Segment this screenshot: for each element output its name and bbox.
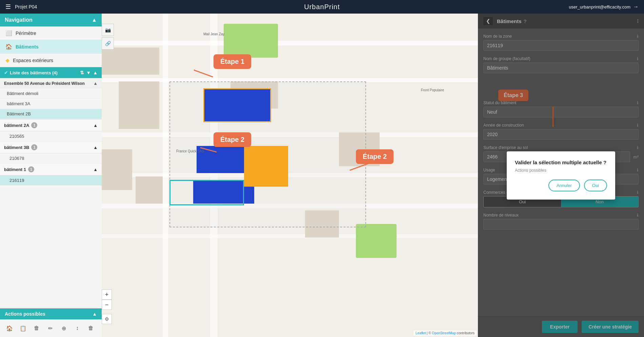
etape-2-label: Étape 2 xyxy=(214,132,251,147)
exterieurs-icon: ◆ xyxy=(5,57,9,63)
osm-link[interactable]: OpenStreetMap xyxy=(432,331,456,335)
map-block-5 xyxy=(136,176,163,204)
building-group: Ensemble 50 Avenue du Président Wilson ▲… xyxy=(0,78,102,119)
dialog: Valider la sélection multiple actuelle ?… xyxy=(507,151,615,200)
actions-header: Actions possibles ▲ xyxy=(0,308,102,319)
nav-title: Navigation xyxy=(5,17,33,23)
list-item[interactable]: 210565 xyxy=(0,131,102,142)
logout-icon[interactable]: → xyxy=(633,4,639,10)
actions-icons-row: 🏠 📋 🗑 ✏ ⊕ ↕ 🗑 xyxy=(0,319,102,337)
sub-2a-count-badge: 1 xyxy=(31,122,37,128)
sub-1-label: bâtiment 1 xyxy=(4,167,26,172)
list-item[interactable]: Bâtiment 2B xyxy=(0,109,102,119)
map-building-blue-1[interactable] xyxy=(203,88,271,122)
list-header-icons: ⇅ ▼ ▲ xyxy=(80,70,98,75)
building-group-name: Ensemble 50 Avenue du Président Wilson xyxy=(4,81,85,86)
map-building-blue-2[interactable] xyxy=(197,146,247,173)
right-panel-inner: ❮ Bâtiments ? ⁝ Nom de la zone ℹ 216119 xyxy=(478,14,644,337)
action-move-btn[interactable]: ↕ xyxy=(72,323,83,334)
nav-collapse-icon[interactable]: ▲ xyxy=(92,17,97,23)
batiments-icon: 🏠 xyxy=(5,43,12,50)
building-2b-label: Bâtiment 2B xyxy=(7,111,31,116)
map-label-front-populaire: Front Populaire xyxy=(421,88,444,92)
map-park-1 xyxy=(224,24,278,58)
dialog-backdrop[interactable]: Valider la sélection multiple actuelle ?… xyxy=(478,14,644,337)
batiments-label: Bâtiments xyxy=(16,44,39,50)
map-road-horizontal-6 xyxy=(102,234,478,238)
perimetre-icon: ⬜ xyxy=(5,30,12,36)
zoom-in-btn[interactable]: + xyxy=(102,289,112,300)
sub-3b-label: bâtiment 3B xyxy=(4,145,29,150)
map-settings-btn-container: ⚙ xyxy=(102,311,112,324)
map-zoom-controls: + − xyxy=(102,289,112,310)
action-delete-btn[interactable]: 🗑 xyxy=(31,323,42,334)
right-panel: ❮ Bâtiments ? ⁝ Nom de la zone ℹ 216119 xyxy=(478,14,644,337)
etape-1-label: Étape 1 xyxy=(214,54,251,69)
map-side-tools: 📷 🔗 xyxy=(102,24,114,50)
map-building-teal[interactable] xyxy=(169,180,244,205)
sub-2a-chevron-icon[interactable]: ▲ xyxy=(93,123,98,128)
sub-1-item-label: 216119 xyxy=(9,178,24,183)
sub-2a-item-label: 210565 xyxy=(9,134,24,139)
list-header-left: ✔ Liste des bâtiments (4) xyxy=(4,70,58,75)
actions-collapse-icon[interactable]: ▲ xyxy=(92,311,97,317)
action-remove-btn[interactable]: 🗑 xyxy=(85,323,96,334)
list-item[interactable]: Bâtiment démoli xyxy=(0,89,102,99)
project-label: Projet P04 xyxy=(15,4,37,10)
leaflet-link[interactable]: Leaflet xyxy=(416,331,426,335)
sort-icon[interactable]: ⇅ xyxy=(80,70,84,75)
sub-1-count-badge: 1 xyxy=(28,166,34,172)
nav-header: Navigation ▲ xyxy=(0,14,102,26)
dialog-cancel-btn[interactable]: Annuler xyxy=(548,180,580,191)
app-name-part2: Print xyxy=(324,3,340,11)
building-sub-2a-header: bâtiment 2A 1 ▲ xyxy=(0,119,102,131)
topbar-left: ☰ Projet P04 xyxy=(5,3,37,11)
group-chevron-icon[interactable]: ▲ xyxy=(93,81,98,86)
topbar-right: user_urbanprint@efficacity.com → xyxy=(569,4,639,10)
zoom-out-btn[interactable]: − xyxy=(102,300,112,310)
app-name-part1: Urban xyxy=(304,3,324,11)
sub-header-left: bâtiment 2A 1 xyxy=(4,122,37,128)
nav-header-right: ▲ xyxy=(92,17,97,23)
map-area[interactable]: Front Populaire Mail Jean Zay France Qui… xyxy=(102,14,478,337)
action-edit-btn[interactable]: ✏ xyxy=(45,323,56,334)
list-item[interactable]: 210678 xyxy=(0,153,102,164)
action-copy-btn[interactable]: 📋 xyxy=(18,323,28,334)
exterieurs-label: Espaces extérieurs xyxy=(13,58,53,63)
map-park-2 xyxy=(356,224,397,258)
map-link-btn[interactable]: 🔗 xyxy=(102,37,114,50)
sidebar-item-batiments[interactable]: 🏠 Bâtiments xyxy=(0,40,102,54)
building-group-header: Ensemble 50 Avenue du Président Wilson ▲ xyxy=(0,78,102,89)
dialog-title: Valider la sélection multiple actuelle ? xyxy=(515,160,607,165)
topbar-center: UrbanPrint xyxy=(304,3,340,11)
app-title: UrbanPrint xyxy=(304,3,340,11)
map-settings-btn[interactable]: ⚙ xyxy=(102,314,112,324)
sub-3b-chevron-icon[interactable]: ▲ xyxy=(93,145,98,150)
sidebar-item-exterieurs[interactable]: ◆ Espaces extérieurs xyxy=(0,54,102,67)
dialog-confirm-btn[interactable]: Oui xyxy=(584,180,607,191)
menu-icon[interactable]: ☰ xyxy=(5,3,11,11)
action-home-btn[interactable]: 🏠 xyxy=(4,323,15,334)
map-block-2 xyxy=(119,81,159,129)
sidebar-item-perimetre[interactable]: ⬜ Périmètre xyxy=(0,26,102,40)
building-demoli-label: Bâtiment démoli xyxy=(7,91,38,96)
map-block-4 xyxy=(102,149,132,190)
etape-2b-label: Étape 2 xyxy=(356,149,394,164)
list-item[interactable]: bâtiment 3A xyxy=(0,99,102,109)
check-circle-icon: ✔ xyxy=(4,70,8,75)
map-background: Front Populaire Mail Jean Zay France Qui… xyxy=(102,14,478,337)
map-label-mail-jean-zay: Mail Jean Zay xyxy=(203,32,224,36)
sub-1-header-left: bâtiment 1 1 xyxy=(4,166,34,172)
list-item[interactable]: 216119 xyxy=(0,175,102,186)
collapse-list-icon[interactable]: ▲ xyxy=(93,70,98,75)
map-camera-btn[interactable]: 📷 xyxy=(102,24,114,36)
sub-1-chevron-icon[interactable]: ▲ xyxy=(93,167,98,172)
action-add-btn[interactable]: ⊕ xyxy=(58,323,69,334)
filter-icon[interactable]: ▼ xyxy=(86,70,91,75)
building-sub-1-header: bâtiment 1 1 ▲ xyxy=(0,164,102,175)
map-building-orange[interactable] xyxy=(244,146,288,187)
map-road-horizontal-1 xyxy=(102,41,478,45)
sidebar: Navigation ▲ ⬜ Périmètre 🏠 Bâtiments ◆ E… xyxy=(0,14,102,337)
main-layout: Navigation ▲ ⬜ Périmètre 🏠 Bâtiments ◆ E… xyxy=(0,14,644,337)
building-sub-3b-header: bâtiment 3B 1 ▲ xyxy=(0,142,102,153)
